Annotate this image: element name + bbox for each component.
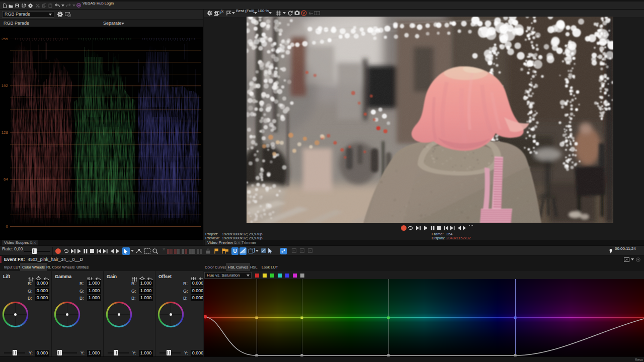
svg-text:0: 0 [6, 224, 9, 229]
svg-text:64: 64 [4, 177, 8, 182]
svg-text:255: 255 [2, 37, 9, 41]
svg-text:192: 192 [2, 83, 9, 88]
svg-text:128: 128 [2, 130, 9, 135]
